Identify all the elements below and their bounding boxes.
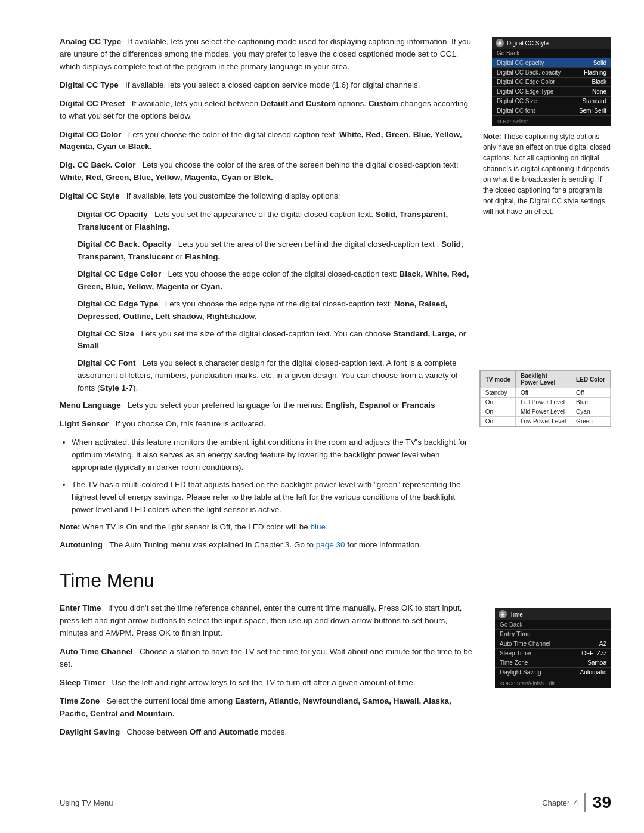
cc-style-panel-title: ◉ Digital CC Style <box>492 37 611 49</box>
page-30-link[interactable]: page 30 <box>316 540 345 549</box>
digital-cc-edge-type-para: Digital CC Edge Type Lets you choose the… <box>78 298 477 323</box>
digital-cc-font-para: Digital CC Font Lets you select a charac… <box>78 357 477 395</box>
panel-item-cc-edge-type[interactable]: Digital CC Edge Type None <box>492 87 611 97</box>
auto-time-channel-para: Auto Time Channel Choose a station to ha… <box>60 646 477 671</box>
led-table: TV mode BacklightPower Level LED Color S… <box>479 370 611 427</box>
page-footer: Using TV Menu Chapter 4 39 <box>0 788 644 812</box>
daylight-saving-para: Daylight Saving Choose between Off and A… <box>60 726 477 739</box>
panel-item-cc-edge-color[interactable]: Digital CC Edge Color Black <box>492 78 611 87</box>
light-sensor-note: Note: When TV is On and the light sensor… <box>60 521 477 534</box>
digital-cc-type-para: Digital CC Type If available, lets you s… <box>60 79 477 92</box>
light-sensor-para: Light Sensor If you choose On, this feat… <box>60 418 477 431</box>
enter-time-para: Enter Time If you didn't set the time re… <box>60 602 477 640</box>
cc-style-panel: ◉ Digital CC Style Go Back Digital CC op… <box>492 37 611 126</box>
led-table-row: Standby Off Off <box>480 388 610 398</box>
light-sensor-bullets: When activated, this feature monitors th… <box>72 436 477 516</box>
analog-cc-type-para: Analog CC Type If available, lets you se… <box>60 36 477 73</box>
sleep-timer-para: Sleep Timer Use the left and right arrow… <box>60 677 477 689</box>
led-table-row: On Full Power Level Blue <box>480 398 610 407</box>
page-container: ◉ Digital CC Style Go Back Digital CC op… <box>0 0 644 833</box>
time-auto-time-channel[interactable]: Auto Time Channel A2 <box>495 639 611 649</box>
panel-item-cc-opacity[interactable]: Digital CC opacity Solid <box>492 58 611 68</box>
led-table-header-backlight: BacklightPower Level <box>515 371 571 388</box>
panel-item-cc-back-opacity[interactable]: Digital CC Back. opacity Flashing <box>492 68 611 78</box>
time-panel-go-back[interactable]: Go Back <box>495 620 611 630</box>
bullet-item-2: The TV has a multi-colored LED that adju… <box>72 479 477 516</box>
digital-cc-preset-para: Digital CC Preset If available, lets you… <box>60 98 477 123</box>
led-table-header-led: LED Color <box>571 371 611 388</box>
main-content: Analog CC Type If available, lets you se… <box>60 36 477 739</box>
led-table-header-mode: TV mode <box>480 371 515 388</box>
time-panel: ◉ Time Go Back Entry Time Auto Time Chan… <box>495 608 611 688</box>
time-daylight-saving[interactable]: Daylight Saving Automatic <box>495 668 611 677</box>
panel-icon: ◉ <box>496 39 504 47</box>
time-menu-title: Time Menu <box>60 569 477 592</box>
dig-cc-back-color-para: Dig. CC Back. Color Lets you choose the … <box>60 159 477 184</box>
time-panel-footer: <OK>: Start/Finish Edit <box>495 679 611 688</box>
led-table-row: On Mid Power Level Cyan <box>480 407 610 417</box>
digital-cc-back-opacity-para: Digital CC Back. Opacity Lets you set th… <box>78 239 477 264</box>
digital-cc-size-para: Digital CC Size Lets you set the size of… <box>78 328 477 353</box>
digital-cc-style-para: Digital CC Style If available, lets you … <box>60 190 477 203</box>
time-panel-title: ◉ Time <box>495 608 611 620</box>
led-table-row: On Low Power Level Green <box>480 417 610 426</box>
time-zone[interactable]: Time Zone Samoa <box>495 658 611 668</box>
note-box: Note: These captioning style options onl… <box>483 131 611 217</box>
digital-cc-edge-color-para: Digital CC Edge Color Lets you choose th… <box>78 268 477 293</box>
bullet-item-1: When activated, this feature monitors th… <box>72 436 477 474</box>
time-entry-time-header: Entry Time <box>495 630 611 639</box>
blue-link[interactable]: blue. <box>310 522 327 531</box>
time-panel-icon: ◉ <box>499 610 507 618</box>
digital-cc-color-para: Digital CC Color Lets you choose the col… <box>60 129 477 154</box>
footer-right: Chapter 4 39 <box>542 793 611 812</box>
page-number: 39 <box>584 793 611 812</box>
panel-footer-cc: <LR>: Select <box>492 117 611 126</box>
panel-item-cc-size[interactable]: Digital CC Size Standard <box>492 97 611 106</box>
digital-cc-opacity-para: Digital CC Opacity Lets you set the appe… <box>78 209 477 234</box>
panel-go-back[interactable]: Go Back <box>492 49 611 58</box>
panel-item-cc-font[interactable]: Digital CC font Semi Serif <box>492 106 611 116</box>
time-zone-para: Time Zone Select the current local time … <box>60 695 477 720</box>
menu-language-para: Menu Language Lets you select your prefe… <box>60 400 477 412</box>
footer-section-label: Using TV Menu <box>60 798 113 807</box>
autotuning-para: Autotuning The Auto Tuning menu was expl… <box>60 539 477 552</box>
note-text: Note: These captioning style options onl… <box>483 131 611 217</box>
footer-chapter-label: Chapter 4 <box>542 798 578 807</box>
time-sleep-timer[interactable]: Sleep Timer OFF Zzz <box>495 649 611 658</box>
